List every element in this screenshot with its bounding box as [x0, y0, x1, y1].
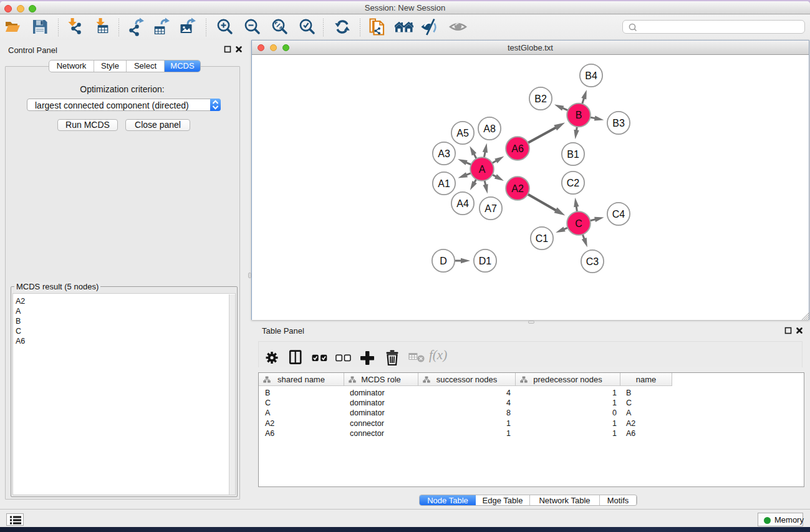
svg-text:C1: C1 — [536, 233, 549, 244]
svg-text:D1: D1 — [479, 256, 492, 266]
svg-text:A6: A6 — [511, 143, 524, 154]
svg-text:B: B — [576, 110, 582, 120]
svg-text:C3: C3 — [586, 256, 599, 267]
svg-text:C2: C2 — [567, 178, 580, 188]
svg-text:B3: B3 — [612, 118, 625, 128]
svg-text:D: D — [440, 256, 447, 266]
svg-text:A7: A7 — [485, 203, 497, 214]
svg-text:A8: A8 — [483, 123, 496, 134]
svg-text:A1: A1 — [438, 178, 450, 189]
svg-text:A5: A5 — [456, 128, 469, 138]
svg-text:A: A — [479, 164, 486, 175]
svg-text:A3: A3 — [438, 148, 450, 159]
svg-text:C: C — [575, 218, 582, 229]
svg-text:A4: A4 — [456, 198, 469, 209]
svg-text:A2: A2 — [511, 183, 524, 194]
svg-text:B1: B1 — [567, 149, 579, 160]
svg-text:B2: B2 — [534, 94, 547, 104]
svg-text:B4: B4 — [585, 70, 597, 81]
svg-text:C4: C4 — [612, 209, 625, 220]
